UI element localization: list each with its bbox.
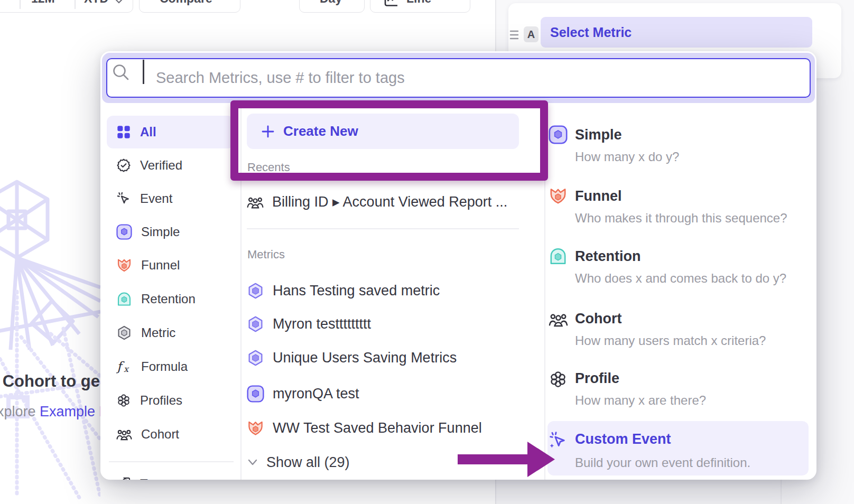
drag-handle-icon[interactable] <box>509 29 519 41</box>
empty-state-wireframe-illustration <box>0 175 100 504</box>
line-chart-type-button[interactable]: Line <box>370 0 470 13</box>
list-divider <box>544 103 545 480</box>
empty-state-explore-line: xplore Example R <box>0 404 109 420</box>
type-cohort-desc: How many users match x criteria? <box>575 333 766 348</box>
show-all-toggle[interactable]: Show all (29) <box>247 451 350 474</box>
simple-hexagon-box-icon <box>247 385 264 403</box>
sidebar-item-profiles[interactable]: Profiles <box>107 384 234 417</box>
saved-metric-hexagon-icon <box>247 282 264 300</box>
type-simple-desc: How many x do y? <box>575 150 679 164</box>
search-input[interactable] <box>106 58 811 98</box>
funnel-icon <box>116 257 132 273</box>
type-retention-desc: Who does x and comes back to do y? <box>575 271 786 286</box>
type-simple[interactable]: Simple <box>575 127 622 143</box>
saved-metric-hexagon-icon <box>247 315 264 333</box>
type-cohort[interactable]: Cohort <box>575 311 621 327</box>
cohort-people-icon <box>247 195 264 209</box>
sidebar-item-verified[interactable]: Verified <box>107 149 234 182</box>
create-new-button[interactable]: Create New <box>247 114 519 149</box>
segment-divider <box>20 0 21 9</box>
recents-metrics-divider <box>247 228 519 229</box>
profiles-flower-icon <box>549 370 568 389</box>
type-custom-event[interactable]: Custom Event <box>575 431 671 447</box>
type-retention[interactable]: Retention <box>575 248 641 265</box>
empty-state-headline: r Cohort to ge <box>0 372 100 391</box>
funnel-icon <box>549 186 568 206</box>
sidebar-item-retention[interactable]: Retention <box>107 283 234 315</box>
cohort-people-icon <box>116 427 132 441</box>
range-xtd-button[interactable]: XTD <box>84 0 108 6</box>
explore-text: xplore <box>0 404 40 419</box>
line-chart-icon <box>383 0 399 8</box>
type-funnel[interactable]: Funnel <box>575 188 622 204</box>
sidebar-divider <box>240 103 242 480</box>
grid-icon <box>116 125 131 139</box>
date-range-segmented-control[interactable]: 12M XTD <box>0 0 133 13</box>
segment-divider <box>75 0 76 9</box>
simple-hexagon-box-icon <box>549 125 568 144</box>
type-custom-event-desc: Build your own event definition. <box>575 455 750 470</box>
sidebar-item-all[interactable]: All <box>107 116 234 148</box>
recents-header: Recents <box>247 161 290 174</box>
day-granularity-button[interactable]: Day <box>299 0 365 13</box>
funnel-icon <box>247 419 264 437</box>
sidebar-item-cohort[interactable]: Cohort <box>107 418 234 451</box>
cohort-people-icon <box>549 311 568 328</box>
chevron-down-icon <box>247 459 258 466</box>
screen: A Select Metric 12M XTD Compare Day Line <box>0 0 854 504</box>
metric-picker-modal: All Verified Event Simple <box>100 51 816 480</box>
metric-list-item[interactable]: Unique Users Saving Metrics <box>247 343 457 372</box>
sidebar-item-event[interactable]: Event <box>107 182 234 215</box>
saved-metric-hexagon-icon <box>247 349 264 367</box>
formula-fx-icon: ƒ x <box>116 359 132 375</box>
type-funnel-desc: Who makes it through this sequence? <box>575 211 787 226</box>
verified-seal-icon <box>116 158 131 173</box>
metric-list-item[interactable]: Myron testtttttttt <box>247 309 371 339</box>
background-divider <box>781 480 782 504</box>
metric-list-item[interactable]: Hans Testing saved metric <box>247 276 440 305</box>
sidebar-item-funnel[interactable]: Funnel <box>107 249 234 282</box>
retention-arch-icon <box>549 247 568 266</box>
plus-icon <box>261 124 275 139</box>
sidebar-item-formula[interactable]: ƒ x Formula <box>107 350 234 383</box>
retention-arch-icon <box>116 291 132 307</box>
text-caret <box>143 60 144 84</box>
example-reports-link[interactable]: Example R <box>40 404 109 419</box>
tag-icon <box>116 477 131 480</box>
sidebar-item-simple[interactable]: Simple <box>107 216 234 248</box>
range-12m-button[interactable]: 12M <box>31 0 55 6</box>
sidebar-section-divider <box>109 461 234 462</box>
series-badge: A <box>524 26 539 42</box>
chevron-down-icon <box>115 0 123 4</box>
type-profile-desc: How many x are there? <box>575 393 706 408</box>
custom-event-cursor-icon <box>549 431 568 450</box>
compare-button[interactable]: Compare <box>139 0 240 13</box>
profiles-flower-icon <box>116 393 131 408</box>
metric-list-item[interactable]: WW Test Saved Behavior Funnel <box>247 413 482 443</box>
type-profile[interactable]: Profile <box>575 370 619 387</box>
metrics-header: Metrics <box>247 248 285 262</box>
metric-hexagon-icon <box>116 325 132 341</box>
simple-hexagon-box-icon <box>116 224 132 240</box>
event-cursor-icon <box>116 191 131 206</box>
sidebar-item-metric[interactable]: Metric <box>107 316 234 349</box>
sidebar-item-tags[interactable]: Tags <box>107 468 234 480</box>
svg-text:x: x <box>124 364 129 374</box>
recent-item-billing-id[interactable]: Billing ID ▸ Account Viewed Report ... <box>247 187 507 217</box>
metric-list-item[interactable]: myronQA test <box>247 379 359 408</box>
select-metric-pill[interactable]: Select Metric <box>541 17 812 48</box>
